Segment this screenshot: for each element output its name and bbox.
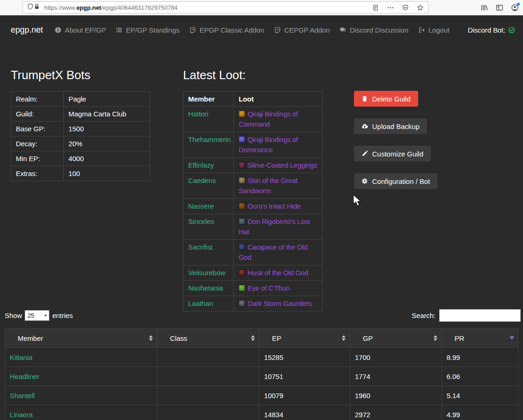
gear-icon — [361, 178, 368, 184]
standings-row: Kitiania1528517008.99 — [5, 348, 519, 367]
nav-item-label: CEPGP Addon — [284, 26, 330, 34]
entries-label: entries — [52, 312, 73, 319]
member-link[interactable]: Linaera — [10, 411, 33, 419]
nav-item-discord-discussion[interactable]: Discord Discussion — [340, 26, 408, 34]
cloud-upload-icon — [361, 123, 368, 129]
member-link[interactable]: Kitiania — [10, 353, 32, 361]
loot-item-link[interactable]: Husk of the Old God — [238, 269, 308, 277]
loot-item-link[interactable]: Carapace of the Old God — [238, 243, 307, 261]
member-link[interactable]: Veiisurebow — [188, 269, 225, 277]
loot-item-link[interactable]: Qiraji Bindings of Command — [238, 110, 298, 128]
customize-guild-button[interactable]: Customize Guild — [354, 146, 431, 162]
lock-icon[interactable] — [34, 3, 40, 10]
standings-pr-cell: 4.99 — [442, 405, 519, 420]
loot-member-cell: Effinlazy — [183, 158, 234, 173]
standings-ep-cell: 15285 — [259, 348, 350, 367]
button-label: Configuration / Bot — [372, 177, 430, 185]
standings-row: Shantell1007919605.14 — [5, 386, 519, 405]
nav-item-about-ep-gp[interactable]: About EP/GP — [54, 26, 106, 34]
nav-item-logout[interactable]: Logout — [418, 26, 449, 34]
latest-loot-table: MemberLoot HattoriQiraji Bindings of Com… — [183, 91, 323, 312]
standings-col-pr[interactable]: PR — [442, 329, 519, 348]
standings-row: Linaera1483429724.99 — [5, 405, 519, 420]
loot-item-cell: Ouro's Intact Hide — [234, 199, 323, 214]
loot-item-link[interactable]: Eye of C'Thun — [238, 284, 290, 292]
sidebar-button[interactable] — [496, 4, 503, 12]
loot-item-link[interactable]: Skin of the Great Sandworm — [238, 176, 297, 195]
standings-pr-cell: 6.06 — [442, 367, 519, 386]
standings-class-cell — [157, 386, 259, 405]
info-circle-icon — [54, 27, 61, 34]
nav-item-epgp-classic-addon[interactable]: EPGP Classic Addon — [189, 26, 264, 34]
guild-info-label: Extras: — [11, 166, 64, 181]
account-button[interactable] — [511, 4, 519, 12]
loot-row: CaedensSkin of the Great Sandworm — [183, 173, 323, 199]
tracking-shield-icon[interactable] — [27, 3, 34, 10]
member-link[interactable]: Hattori — [188, 110, 208, 118]
member-link[interactable]: Caedens — [188, 176, 216, 184]
guild-actions: Delete GuildUpload BackupCustomize Guild… — [354, 91, 437, 189]
member-link[interactable]: Headliner — [10, 373, 39, 380]
loot-item-cell: Slime-Coated Leggings — [234, 158, 323, 173]
ellipsis-icon[interactable] — [387, 4, 394, 11]
delete-guild-button[interactable]: Delete Guild — [354, 91, 418, 107]
standings-member-cell: Kitiania — [5, 348, 157, 367]
member-link[interactable]: Nassere — [188, 202, 214, 210]
standings-gp-cell: 1774 — [350, 367, 442, 386]
guild-info-value: 4000 — [64, 151, 150, 166]
sort-icon — [149, 335, 153, 341]
standings-class-cell — [157, 405, 259, 420]
configuration-bot-button[interactable]: Configuration / Bot — [354, 173, 437, 189]
search-label: Search: — [412, 312, 435, 319]
loot-item-icon — [238, 244, 245, 251]
loot-member-cell: Laathan — [183, 296, 234, 312]
bookmark-star-icon[interactable] — [417, 4, 424, 11]
standings-gp-cell: 1700 — [350, 348, 442, 367]
member-link[interactable]: Sinceles — [188, 217, 214, 225]
member-link[interactable]: Shantell — [10, 392, 34, 400]
button-label: Delete Guild — [372, 95, 411, 103]
loot-item-cell: Dark Storm Gauntlets — [234, 296, 323, 312]
loot-item-name: Skin of the Great Sandworm — [238, 176, 297, 195]
loot-item-name: Qiraji Bindings of Command — [238, 110, 298, 128]
standings-col-class[interactable]: Class — [157, 329, 259, 348]
guild-info-row: Decay:20% — [11, 136, 150, 151]
nav-item-cepgp-addon[interactable]: CEPGP Addon — [274, 26, 330, 34]
twitch-icon — [189, 27, 196, 34]
standings-table: MemberClassEPGPPR Kitiania1528517008.99H… — [5, 328, 519, 420]
upload-backup-button[interactable]: Upload Backup — [354, 118, 427, 134]
browser-chrome: https://www.epgp.net/epgp/40644631782975… — [0, 0, 523, 15]
reader-view-icon[interactable] — [372, 4, 379, 11]
loot-item-link[interactable]: Slime-Coated Leggings — [238, 161, 317, 169]
loot-item-link[interactable]: Ouro's Intact Hide — [238, 202, 300, 210]
column-label: Member — [18, 334, 43, 342]
search-input[interactable] — [439, 309, 521, 322]
loot-item-icon — [238, 136, 245, 143]
standings-class-cell — [157, 367, 259, 386]
loot-item-link[interactable]: Qiraji Bindings of Dominance — [238, 135, 298, 154]
brand-link[interactable]: epgp.net — [11, 25, 43, 35]
url-bar[interactable]: https://www.epgp.net/epgp/40644631782975… — [22, 1, 428, 14]
loot-item-name: Carapace of the Old God — [238, 243, 307, 261]
pocket-icon[interactable] — [402, 4, 409, 11]
page-size-select[interactable]: 25 — [25, 311, 49, 320]
column-label: GP — [363, 334, 373, 342]
standings-col-member[interactable]: Member — [5, 329, 157, 348]
loot-item-link[interactable]: Don Rigoberto's Lost Hat — [238, 217, 310, 236]
member-link[interactable]: Effinlazy — [188, 161, 214, 169]
check-circle-icon — [508, 27, 515, 34]
loot-item-link[interactable]: Dark Storm Gauntlets — [238, 299, 312, 307]
standings-col-ep[interactable]: EP — [259, 329, 350, 348]
member-link[interactable]: Sacrifist — [188, 243, 212, 251]
member-link[interactable]: Nashetania — [188, 284, 223, 292]
standings-member-cell: Linaera — [5, 405, 157, 420]
library-button[interactable] — [480, 4, 488, 12]
guild-info-value: Magma Carta Club — [64, 107, 150, 122]
notification-dot — [517, 3, 520, 6]
loot-member-cell: Thehammerin — [183, 132, 234, 158]
member-link[interactable]: Laathan — [188, 299, 213, 307]
member-link[interactable]: Thehammerin — [188, 135, 231, 143]
standings-col-gp[interactable]: GP — [350, 329, 442, 348]
loot-row: SincelesDon Rigoberto's Lost Hat — [183, 214, 323, 240]
nav-item-ep-gp-standings[interactable]: EP/GP Standings — [115, 26, 179, 34]
